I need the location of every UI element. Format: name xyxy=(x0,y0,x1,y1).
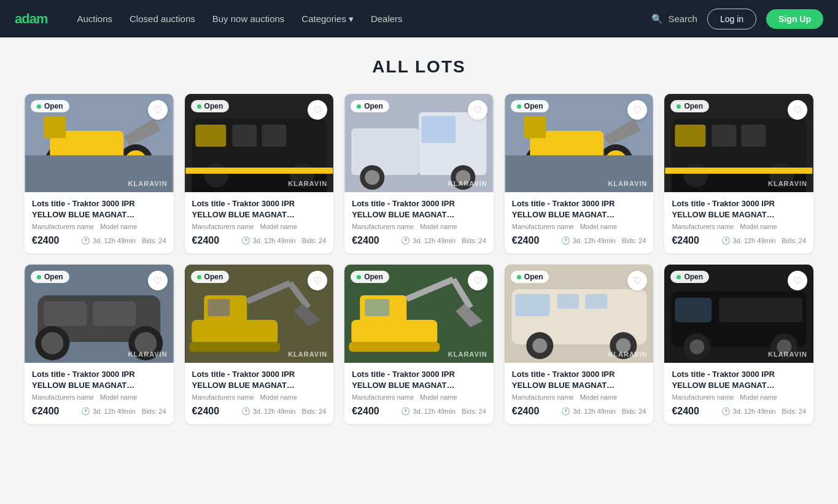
svg-point-82 xyxy=(690,339,705,354)
watermark: KLARAVIN xyxy=(448,180,487,187)
time-value: 3d. 12h 49min xyxy=(93,408,136,415)
card-image: Open ♡ KLARAVIN xyxy=(664,94,813,192)
clock-icon: 🕐 xyxy=(721,236,731,245)
card-image: Open ♡ KLARAVIN xyxy=(505,265,654,363)
open-dot xyxy=(37,275,41,279)
time-value: 3d. 12h 49min xyxy=(93,237,136,244)
card-title: Lots title - Traktor 3000 IPR YELLOW BLU… xyxy=(672,369,806,390)
open-dot xyxy=(197,275,201,279)
watermark: KLARAVIN xyxy=(768,351,807,358)
badge-label: Open xyxy=(204,102,223,110)
signup-button[interactable]: Sign Up xyxy=(766,9,823,29)
badge-label: Open xyxy=(524,102,543,110)
svg-rect-21 xyxy=(421,116,456,143)
favorite-button[interactable]: ♡ xyxy=(788,100,807,120)
login-button[interactable]: Log in xyxy=(707,9,756,29)
model-name: Model name xyxy=(740,223,777,230)
favorite-button[interactable]: ♡ xyxy=(148,100,168,120)
lot-card[interactable]: Open ♡ KLARAVIN Lots title - Traktor 300… xyxy=(664,265,813,424)
favorite-button[interactable]: ♡ xyxy=(468,271,487,290)
time-value: 3d. 12h 49min xyxy=(413,237,456,244)
svg-rect-38 xyxy=(712,125,737,147)
status-badge: Open xyxy=(511,100,549,112)
model-name: Model name xyxy=(260,223,297,230)
favorite-button[interactable]: ♡ xyxy=(788,271,807,290)
card-price: €2400 xyxy=(352,235,379,246)
lot-card[interactable]: Open ♡ KLARAVIN Lots title - Traktor 300… xyxy=(505,94,654,254)
svg-rect-13 xyxy=(262,125,286,147)
open-dot xyxy=(677,275,681,279)
open-dot xyxy=(357,275,361,279)
card-price: €2400 xyxy=(32,406,60,417)
card-meta: Manufacturers name Model name xyxy=(32,394,166,401)
open-dot xyxy=(677,104,681,109)
card-footer: €2400 🕐 3d. 12h 49min Bids: 24 xyxy=(352,406,486,417)
manufacturer-name: Manufacturers name xyxy=(32,223,94,230)
card-info: 🕐 3d. 12h 49min Bids: 24 xyxy=(561,407,646,416)
card-info: 🕐 3d. 12h 49min Bids: 24 xyxy=(721,407,806,416)
lot-card[interactable]: Open ♡ KLARAVIN Lots title - Traktor 300… xyxy=(185,265,334,424)
favorite-button[interactable]: ♡ xyxy=(308,100,327,120)
card-info: 🕐 3d. 12h 49min Bids: 24 xyxy=(401,407,486,416)
lot-card[interactable]: Open ♡ KLARAVIN Lots title - Traktor 300… xyxy=(664,94,813,254)
open-dot xyxy=(357,104,361,109)
card-title: Lots title - Traktor 3000 IPR YELLOW BLU… xyxy=(32,198,166,220)
clock-icon: 🕐 xyxy=(81,407,90,416)
time-remaining: 🕐 3d. 12h 49min xyxy=(81,407,136,416)
lot-card[interactable]: Open ♡ KLARAVIN Lots title - Traktor 300… xyxy=(185,94,334,254)
card-body: Lots title - Traktor 3000 IPR YELLOW BLU… xyxy=(25,363,174,424)
card-info: 🕐 3d. 12h 49min Bids: 24 xyxy=(241,407,326,416)
navbar: adam Auctions Closed auctions Buy now au… xyxy=(0,0,838,37)
status-badge: Open xyxy=(351,271,389,283)
lot-card[interactable]: Open ♡ KLARAVIN Lots title - Traktor 300… xyxy=(25,94,174,254)
nav-links: Auctions Closed auctions Buy now auction… xyxy=(77,14,632,25)
manufacturer-name: Manufacturers name xyxy=(192,394,254,401)
nav-closed-auctions[interactable]: Closed auctions xyxy=(130,14,195,24)
card-footer: €2400 🕐 3d. 12h 49min Bids: 24 xyxy=(32,235,166,246)
card-info: 🕐 3d. 12h 49min Bids: 24 xyxy=(721,236,806,245)
clock-icon: 🕐 xyxy=(721,407,731,416)
search-button[interactable]: 🔍 Search xyxy=(651,14,697,25)
card-price: €2400 xyxy=(512,406,540,417)
card-price: €2400 xyxy=(192,406,220,417)
card-price: €2400 xyxy=(672,235,699,246)
svg-rect-59 xyxy=(189,342,280,352)
card-body: Lots title - Traktor 3000 IPR YELLOW BLU… xyxy=(25,192,174,254)
favorite-button[interactable]: ♡ xyxy=(148,271,168,290)
card-image: Open ♡ KLARAVIN xyxy=(344,265,494,363)
nav-auctions[interactable]: Auctions xyxy=(77,14,112,24)
bids-count: Bids: 24 xyxy=(782,237,806,244)
nav-dealers[interactable]: Dealers xyxy=(371,14,403,24)
time-remaining: 🕐 3d. 12h 49min xyxy=(81,236,136,245)
status-badge: Open xyxy=(191,100,230,112)
watermark: KLARAVIN xyxy=(608,351,647,358)
card-meta: Manufacturers name Model name xyxy=(512,394,646,401)
clock-icon: 🕐 xyxy=(401,236,410,245)
favorite-button[interactable]: ♡ xyxy=(468,100,487,120)
nav-categories[interactable]: Categories ▾ xyxy=(301,14,354,25)
nav-right: 🔍 Search Log in Sign Up xyxy=(651,9,823,29)
brand-logo[interactable]: adam xyxy=(15,11,47,27)
card-image: Open ♡ KLARAVIN xyxy=(25,265,174,363)
svg-rect-63 xyxy=(365,299,389,316)
lot-card[interactable]: Open ♡ KLARAVIN Lots title - Traktor 300… xyxy=(505,265,654,424)
lot-card[interactable]: Open ♡ KLARAVIN Lots title - Traktor 300… xyxy=(344,265,494,424)
card-meta: Manufacturers name Model name xyxy=(672,223,806,230)
bids-count: Bids: 24 xyxy=(301,408,326,415)
chevron-down-icon: ▾ xyxy=(349,14,354,25)
time-value: 3d. 12h 49min xyxy=(733,408,776,415)
nav-buy-now[interactable]: Buy now auctions xyxy=(212,14,285,24)
card-footer: €2400 🕐 3d. 12h 49min Bids: 24 xyxy=(32,406,166,417)
status-badge: Open xyxy=(31,100,69,112)
card-title: Lots title - Traktor 3000 IPR YELLOW BLU… xyxy=(352,198,486,220)
card-footer: €2400 🕐 3d. 12h 49min Bids: 24 xyxy=(672,235,806,246)
model-name: Model name xyxy=(420,223,457,230)
card-meta: Manufacturers name Model name xyxy=(512,223,646,230)
card-title: Lots title - Traktor 3000 IPR YELLOW BLU… xyxy=(32,369,166,390)
lot-card[interactable]: Open ♡ KLARAVIN Lots title - Traktor 300… xyxy=(25,265,174,424)
card-info: 🕐 3d. 12h 49min Bids: 24 xyxy=(81,407,166,416)
lot-card[interactable]: Open ♡ KLARAVIN Lots title - Traktor 300… xyxy=(344,94,494,254)
manufacturer-name: Manufacturers name xyxy=(352,223,414,230)
watermark: KLARAVIN xyxy=(768,180,807,187)
badge-label: Open xyxy=(524,273,543,281)
